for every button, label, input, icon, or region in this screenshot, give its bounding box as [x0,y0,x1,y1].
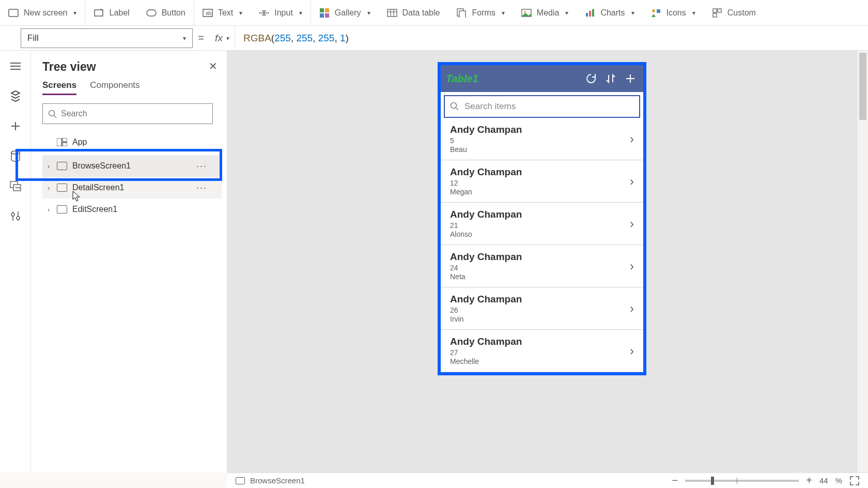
ribbon-label: Media [537,8,560,18]
formula-fn: RGBA [243,33,271,44]
ribbon-label: Text [218,8,233,18]
search-box[interactable]: Search items [444,95,640,118]
selection-breadcrumb[interactable]: BrowseScreen1 [250,476,305,485]
ribbon-label: Custom [727,8,756,18]
text-icon: ab [203,8,213,18]
chevron-right-icon[interactable]: › [630,217,634,231]
search-placeholder: Search items [464,101,516,112]
more-icon[interactable]: ··· [196,161,207,172]
list-item[interactable]: Andy Champan26Irvin› [441,287,643,330]
tree-node-label: EditScreen1 [72,205,117,214]
advanced-tools-icon[interactable] [9,210,22,222]
ribbon-label: Label [109,8,129,18]
scrollbar-thumb[interactable] [859,53,866,120]
tree-search-input[interactable] [61,109,207,118]
gallery-icon [319,8,330,18]
svg-rect-12 [592,9,594,17]
ribbon-label: New screen [24,8,67,18]
chevron-right-icon[interactable]: › [48,206,57,213]
svg-rect-26 [63,143,67,146]
svg-rect-10 [586,13,588,17]
add-icon[interactable] [623,71,638,86]
media-button[interactable]: Media ▾ [513,0,577,25]
svg-rect-11 [589,11,591,17]
property-selector[interactable]: Fill ▾ [21,28,193,48]
forms-icon [456,8,467,18]
formula-input[interactable]: RGBA(255, 255, 255, 1) [235,26,868,50]
left-rail [0,51,31,472]
selected-screen-frame[interactable]: Table1 Search items Andy Champan5Beau›An… [438,62,646,375]
chevron-right-icon[interactable]: › [630,344,634,358]
zoom-slider[interactable] [685,480,799,482]
chevron-right-icon[interactable]: › [48,162,57,170]
label-button[interactable]: Label [85,0,137,25]
sort-icon[interactable] [603,71,618,86]
tree-node-editscreen1[interactable]: › EditScreen1 [42,199,222,220]
svg-rect-14 [657,9,660,13]
data-table-button[interactable]: Data table [379,0,448,25]
new-screen-button[interactable]: New screen ▾ [0,0,85,25]
charts-button[interactable]: Charts ▾ [577,0,642,25]
svg-rect-17 [713,13,717,17]
screen-icon [236,477,245,484]
tree-node-browsescreen1[interactable]: › BrowseScreen1 ··· [42,155,222,177]
chevron-down-icon: ▾ [631,9,634,17]
chevron-right-icon[interactable]: › [630,301,634,316]
fullscreen-icon[interactable] [849,476,860,486]
list-item-sub1: 5 [450,136,522,145]
insert-icon[interactable] [9,120,22,132]
text-button[interactable]: ab Text ▾ [194,0,251,25]
list-item[interactable]: Andy Champan12Megan› [441,160,643,203]
chevron-right-icon[interactable]: › [630,132,634,146]
vertical-scrollbar[interactable] [857,51,868,472]
chevron-down-icon: ▾ [299,9,302,17]
zoom-controls: − + 44 % [672,475,860,486]
hamburger-icon[interactable] [9,60,22,72]
canvas[interactable]: Table1 Search items Andy Champan5Beau›An… [227,51,857,472]
list-item-sub1: 24 [450,264,522,272]
tree-view-icon[interactable] [9,90,22,102]
input-button[interactable]: Input ▾ [251,0,311,25]
list-item-title: Andy Champan [450,166,522,178]
fx-button[interactable]: fx▾ [209,26,235,50]
tree-node-app[interactable]: App [42,131,222,153]
custom-button[interactable]: Custom [704,0,764,25]
button-button[interactable]: Button [138,0,194,25]
chevron-right-icon[interactable]: › [630,174,634,189]
list-item-title: Andy Champan [450,336,522,347]
refresh-icon[interactable] [583,71,599,86]
svg-rect-0 [9,9,18,17]
data-table-icon [387,8,397,18]
svg-point-21 [11,213,14,216]
media-pane-icon[interactable] [9,180,22,192]
close-icon[interactable]: ✕ [209,60,218,72]
button-icon [146,8,157,18]
gallery-button[interactable]: Gallery ▾ [311,0,379,25]
list-item-title: Andy Champan [450,294,522,305]
list-item[interactable]: Andy Champan24Neta› [441,245,643,287]
list-item[interactable]: Andy Champan27Mechelle› [441,330,643,372]
tab-components[interactable]: Components [90,80,140,95]
list-item-title: Andy Champan [450,209,522,220]
zoom-slider-thumb[interactable] [711,477,714,485]
status-bar: BrowseScreen1 − + 44 % [227,472,868,488]
forms-button[interactable]: Forms ▾ [448,0,513,25]
tree-node-detailscreen1[interactable]: › DetailScreen1 ··· [42,177,222,199]
charts-icon [585,8,595,18]
chevron-right-icon[interactable]: › [48,184,57,192]
ribbon-label: Forms [472,8,495,18]
list-item[interactable]: Andy Champan5Beau› [441,118,643,160]
tree-view-pane: Tree view ✕ Screens Components App › Bro… [31,51,227,472]
chevron-right-icon[interactable]: › [630,259,634,273]
tree-search[interactable] [42,103,213,124]
more-icon[interactable]: ··· [196,182,207,193]
zoom-in-button[interactable]: + [806,475,812,486]
tree-node-label: BrowseScreen1 [72,161,131,171]
list-item[interactable]: Andy Champan21Alonso› [441,203,643,245]
tab-screens[interactable]: Screens [42,80,76,95]
chevron-down-icon: ▾ [367,9,370,17]
icons-button[interactable]: Icons ▾ [643,0,704,25]
zoom-out-button[interactable]: − [672,475,678,486]
data-icon[interactable] [9,150,22,162]
svg-rect-24 [57,138,61,146]
